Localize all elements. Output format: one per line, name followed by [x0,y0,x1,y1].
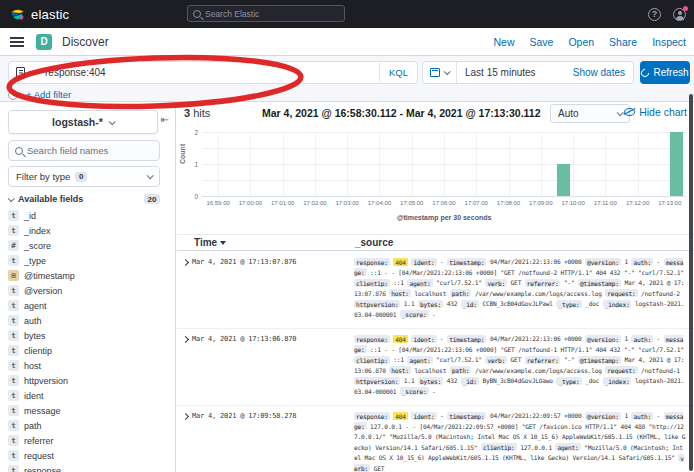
collapse-sidebar-icon[interactable]: ⇤ [159,114,171,126]
field-item-auth[interactable]: tauth [8,313,168,328]
source-field-key: httpversion: [354,377,400,385]
column-header-time[interactable]: Time [194,237,226,248]
menu-hamburger-icon[interactable] [10,37,24,47]
source-field-key: httpversion: [354,300,400,308]
global-search-box[interactable] [187,5,345,22]
source-field-key: agent: [555,443,580,451]
index-pattern-selector[interactable]: logstash-* [8,110,158,134]
field-name: _type [24,256,46,266]
field-item-_id[interactable]: t_id [8,208,168,223]
string-field-type-icon: t [8,330,19,341]
string-field-type-icon: t [8,390,19,401]
gridline [476,132,477,196]
field-item-referrer[interactable]: treferrer [8,433,168,448]
highlighted-value: 404 [393,335,408,343]
page-title: Discover [62,35,109,49]
appbar-action-inspect[interactable]: Inspect [652,36,686,48]
chevron-down-icon[interactable] [30,68,37,75]
hide-chart-link[interactable]: Hide chart [624,106,687,118]
chart-plot-area[interactable]: 2 1 0 [202,132,686,196]
filter-by-type-dropdown[interactable]: Filter by type 0 [8,166,160,187]
saved-query-icon[interactable] [16,67,25,78]
field-search-input[interactable] [27,145,153,156]
refresh-button[interactable]: Refresh [640,61,690,84]
string-field-type-icon: t [8,375,19,386]
help-icon[interactable]: ? [648,8,661,21]
expand-row-icon[interactable] [182,413,189,420]
source-field-key: response: [354,335,390,343]
field-item-agent[interactable]: tagent [8,298,168,313]
field-item-clientip[interactable]: tclientip [8,343,168,358]
source-field-value: 1.1 [404,377,415,384]
show-dates-link[interactable]: Show dates [573,67,633,78]
x-tick-label: 17:07:00 [465,200,488,206]
source-field-key: clientip: [354,279,390,287]
source-field-key: _score: [400,310,429,318]
y-axis-title: Count [179,144,186,164]
query-text[interactable]: response:404 [45,67,379,78]
field-item-_index[interactable]: t_index [8,223,168,238]
document-rows: Mar 4, 2021 @ 17:13:07.876response: 404 … [177,252,694,472]
chevron-down-icon[interactable] [444,68,451,75]
field-item-_type[interactable]: t_type [8,253,168,268]
field-item-@timestamp[interactable]: ⊞@timestamp [8,268,168,283]
field-name: @version [24,286,62,296]
string-field-type-icon: t [8,345,19,356]
string-field-type-icon: t [8,450,19,461]
field-name: @timestamp [24,271,75,281]
string-field-type-icon: t [8,225,19,236]
query-input[interactable]: response:404 KQL [8,61,418,84]
vertical-scrollbar[interactable] [689,94,693,471]
field-name: _id [24,211,36,221]
sort-descending-icon [220,241,226,245]
field-item-bytes[interactable]: tbytes [8,328,168,343]
source-field-value: - [432,388,436,395]
source-field-value: 04/Mar/2021:22:09:57 +0000 [490,412,582,419]
interval-select[interactable]: Auto [550,104,630,123]
gridline [638,132,639,196]
source-field-value: 1.1 [404,300,415,307]
appbar-action-new[interactable]: New [493,36,514,48]
string-field-type-icon: t [8,465,19,472]
calendar-icon[interactable] [430,68,440,77]
histogram-bar[interactable] [557,164,570,196]
discover-app-icon[interactable]: D [36,34,52,50]
histogram-bar[interactable] [670,132,683,196]
field-item-host[interactable]: thost [8,358,168,373]
field-item-path[interactable]: tpath [8,418,168,433]
source-field-value: 432 [447,377,458,384]
doc-time-cell: Mar 4, 2021 @ 17:13:06.870 [192,334,310,397]
appbar-action-save[interactable]: Save [529,36,553,48]
string-field-type-icon: t [8,420,19,431]
query-language-button[interactable]: KQL [379,63,417,82]
field-item-ident[interactable]: tident [8,388,168,403]
source-field-key: referrer: [525,356,561,364]
gridline [250,132,251,196]
field-item-request[interactable]: trequest [8,448,168,463]
appbar-action-share[interactable]: Share [609,36,637,48]
field-item-message[interactable]: tmessage [8,403,168,418]
filter-options-icon[interactable] [8,90,18,100]
field-item-@version[interactable]: t@version [8,283,168,298]
appbar-action-open[interactable]: Open [568,36,594,48]
add-filter-link[interactable]: + Add filter [26,89,71,100]
chevron-down-icon [109,118,116,125]
field-item-response[interactable]: tresponse [8,463,168,472]
field-item-_score[interactable]: #_score [8,238,168,253]
interval-value: Auto [558,108,579,119]
time-range-value[interactable]: Last 15 minutes [465,67,573,78]
field-search-box[interactable] [8,140,160,161]
gridline [573,132,574,196]
x-tick-label: 17:02:00 [303,200,326,206]
source-field-value: localhost [414,290,446,297]
time-picker[interactable]: Last 15 minutes Show dates [422,61,634,84]
field-item-httpversion[interactable]: thttpversion [8,373,168,388]
source-field-value: ::1 [393,279,404,286]
field-name: response [24,466,61,472]
expand-row-icon[interactable] [182,259,189,266]
expand-row-icon[interactable] [182,336,189,343]
column-header-source: _source [355,237,393,248]
available-fields-header[interactable]: Available fields 20 [8,194,168,204]
source-field-key: _type: [556,377,581,385]
global-search-input[interactable] [205,9,339,19]
